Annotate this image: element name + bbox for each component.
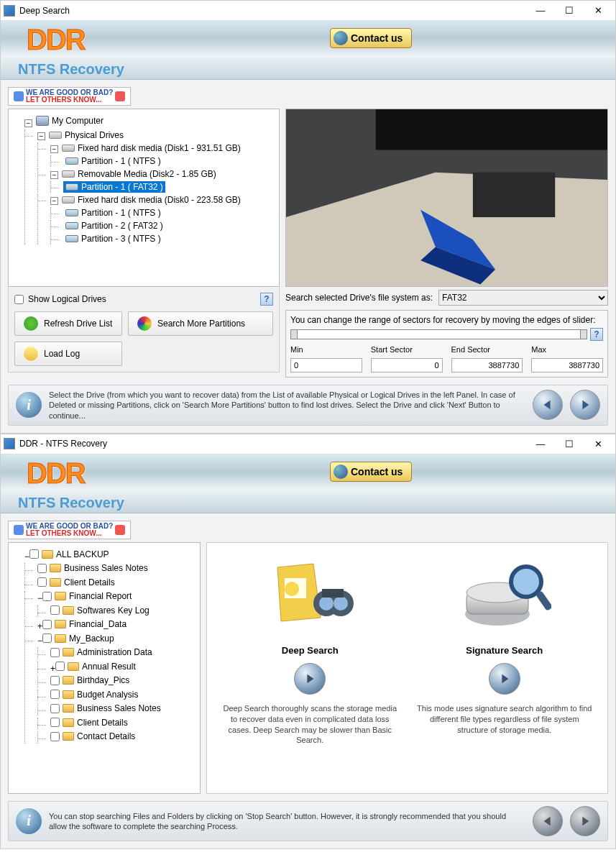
signature-search-play-button[interactable] — [489, 663, 520, 695]
folder-icon — [63, 606, 74, 615]
thumb-down-icon — [115, 525, 125, 535]
signature-search-icon — [458, 553, 551, 639]
thumb-up-icon — [14, 525, 24, 535]
thumb-down-icon — [115, 91, 125, 101]
folder-item[interactable]: Client Details — [37, 577, 115, 587]
folder-checkbox[interactable] — [42, 633, 52, 643]
partition-icon — [65, 209, 78, 216]
maximize-button[interactable]: ☐ — [555, 435, 584, 452]
tree-toggle[interactable]: − — [37, 635, 42, 645]
refresh-drive-list-button[interactable]: Refresh Drive List — [14, 311, 122, 336]
folder-checkbox[interactable] — [50, 605, 60, 615]
back-button[interactable] — [533, 806, 563, 836]
back-button[interactable] — [533, 390, 563, 420]
info-bar: i You can stop searching Files and Folde… — [8, 801, 608, 841]
folder-checkbox[interactable] — [50, 704, 60, 713]
min-value — [290, 358, 362, 372]
start-sector-input[interactable] — [371, 358, 443, 372]
pie-icon — [137, 316, 152, 331]
sector-slider[interactable] — [290, 329, 587, 339]
help-button[interactable]: ? — [590, 328, 603, 341]
folder-item[interactable]: My_Backup — [42, 633, 114, 644]
tree-toggle[interactable]: − — [50, 171, 58, 179]
fs-label: Search selected Drive's file system as: — [285, 293, 433, 303]
node-disk0-p1[interactable]: Partition - 1 ( NTFS ) — [63, 207, 163, 219]
svg-rect-15 — [535, 590, 551, 611]
folder-checkbox[interactable] — [42, 592, 52, 601]
folder-checkbox[interactable] — [37, 564, 47, 573]
contact-us-button[interactable]: Contact us — [330, 462, 412, 482]
node-my-computer[interactable]: My Computer — [34, 115, 106, 127]
info-bar: i Select the Drive (from which you want … — [8, 385, 608, 426]
folder-checkbox[interactable] — [50, 676, 60, 685]
window-deep-search: Deep Search — ☐ ✕ DDR NTFS Recovery Cont… — [0, 0, 616, 434]
deep-search-play-button[interactable] — [294, 663, 326, 695]
folder-item[interactable]: Birthday_Pics — [50, 675, 129, 685]
close-button[interactable]: ✕ — [584, 435, 612, 452]
folder-checkbox[interactable] — [55, 662, 65, 671]
minimize-button[interactable]: — — [526, 435, 555, 452]
folder-tree[interactable]: −ALL BACKUP Business Sales Notes Client … — [8, 542, 201, 794]
tree-toggle[interactable]: + — [37, 621, 42, 631]
feedback-banner[interactable]: WE ARE GOOD OR BAD?LET OTHERS KNOW... — [8, 87, 131, 106]
folder-checkbox[interactable] — [50, 732, 60, 741]
tree-toggle[interactable]: + — [50, 663, 55, 673]
folder-item[interactable]: Financial_Data — [42, 619, 127, 629]
folder-icon — [55, 592, 66, 600]
partition-icon — [65, 157, 78, 165]
svg-marker-0 — [544, 401, 551, 410]
tree-toggle[interactable]: − — [24, 119, 32, 127]
tree-toggle[interactable]: − — [37, 593, 42, 603]
node-disk0-p2[interactable]: Partition - 2 ( FAT32 ) — [63, 220, 165, 232]
filesystem-select[interactable]: FAT32 — [438, 290, 608, 306]
folder-all-backup[interactable]: ALL BACKUP — [29, 549, 109, 559]
tree-toggle[interactable]: − — [50, 145, 58, 153]
node-disk0[interactable]: Fixed hard disk media (Disk0 - 223.58 GB… — [60, 194, 243, 206]
tree-toggle[interactable]: − — [24, 551, 29, 561]
node-disk2-p1[interactable]: Partition - 1 ( FAT32 ) — [63, 181, 165, 193]
mode-panel: Deep Search Deep Search thoroughly scans… — [206, 542, 608, 794]
node-disk1-p1[interactable]: Partition - 1 ( NTFS ) — [63, 155, 163, 167]
folder-checkbox[interactable] — [42, 620, 52, 629]
folder-checkbox[interactable] — [50, 718, 60, 727]
load-log-button[interactable]: Load Log — [14, 342, 122, 366]
feedback-banner[interactable]: WE ARE GOOD OR BAD?LET OTHERS KNOW... — [8, 521, 131, 539]
start-label: Start Sector — [371, 345, 443, 354]
folder-item[interactable]: Annual Result — [55, 662, 136, 672]
folder-item[interactable]: Business Sales Notes — [37, 563, 148, 573]
folder-item[interactable]: Contact Details — [50, 731, 135, 741]
folder-item[interactable]: Budget Analysis — [50, 690, 138, 700]
svg-point-6 — [319, 596, 334, 610]
node-disk1[interactable]: Fixed hard disk media (Disk1 - 931.51 GB… — [60, 142, 243, 154]
minimize-button[interactable]: — — [526, 2, 555, 19]
max-value — [531, 358, 603, 372]
tree-toggle[interactable]: − — [50, 197, 58, 205]
show-logical-checkbox[interactable] — [14, 295, 24, 304]
drive-tree[interactable]: −My Computer −Physical Drives −Fixed har… — [8, 109, 280, 287]
end-sector-input[interactable] — [451, 358, 523, 372]
folder-checkbox[interactable] — [29, 549, 39, 559]
help-button[interactable]: ? — [260, 293, 273, 306]
next-button[interactable] — [570, 806, 600, 836]
folder-item[interactable]: Softwares Key Log — [50, 605, 150, 616]
folder-item[interactable]: Financial Report — [42, 591, 132, 601]
folder-checkbox[interactable] — [50, 648, 60, 657]
app-icon — [4, 5, 15, 17]
deep-search-icon — [263, 553, 357, 639]
node-disk2[interactable]: Removable Media (Disk2 - 1.85 GB) — [60, 168, 219, 180]
close-button[interactable]: ✕ — [584, 2, 612, 19]
contact-us-button[interactable]: Contact us — [330, 28, 412, 48]
tree-toggle[interactable]: − — [37, 132, 45, 140]
search-more-partitions-button[interactable]: Search More Partitions — [128, 311, 273, 336]
folder-item[interactable]: Business Sales Notes — [50, 703, 161, 713]
maximize-button[interactable]: ☐ — [555, 2, 584, 19]
folder-item[interactable]: Client Details — [50, 718, 128, 728]
next-button[interactable] — [570, 390, 600, 420]
folder-checkbox[interactable] — [50, 690, 60, 699]
contact-label: Contact us — [351, 466, 403, 477]
folder-item[interactable]: Administration Data — [50, 647, 152, 657]
folder-checkbox[interactable] — [37, 577, 47, 587]
end-label: End Sector — [451, 345, 523, 354]
node-physical-drives[interactable]: Physical Drives — [47, 129, 126, 141]
node-disk0-p3[interactable]: Partition - 3 ( NTFS ) — [63, 233, 163, 244]
